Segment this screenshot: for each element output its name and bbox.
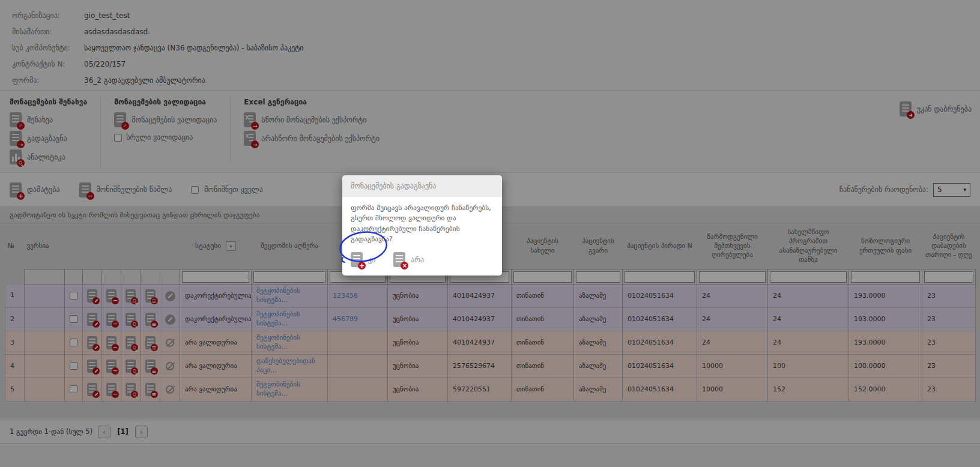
dialog-body: ფორმა შეიცავს არავალიდურ ჩანაწერებს, გსუ… xyxy=(342,197,502,276)
no-document-icon xyxy=(393,252,405,267)
no-label: არა xyxy=(411,256,424,264)
yes-button[interactable]: კი xyxy=(351,252,375,267)
no-button[interactable]: არა xyxy=(393,252,424,267)
close-badge-icon xyxy=(401,262,408,270)
yes-document-icon xyxy=(351,252,363,267)
yes-label: კი xyxy=(368,256,375,264)
plus-badge-icon xyxy=(358,262,366,270)
app-page: ორგანიზაცია: gio_test_test მისამართი: as… xyxy=(0,0,980,467)
dialog-message: ფორმა შეიცავს არავალიდურ ჩანაწერებს, გსუ… xyxy=(351,203,494,244)
send-confirmation-dialog: მონაცემების გადაგზავნა ფორმა შეიცავს არა… xyxy=(342,175,502,276)
dialog-actions: კი არა xyxy=(351,252,494,267)
dialog-title: მონაცემების გადაგზავნა xyxy=(342,175,502,197)
